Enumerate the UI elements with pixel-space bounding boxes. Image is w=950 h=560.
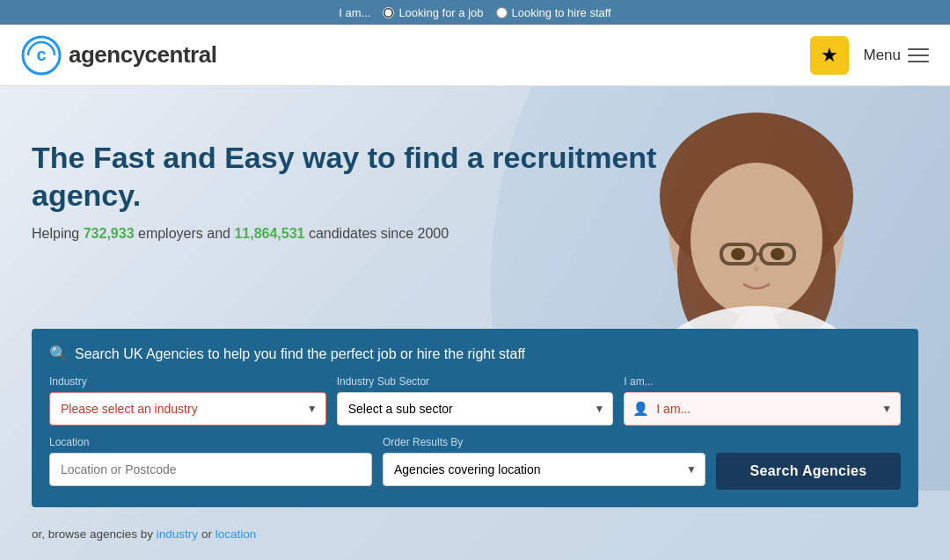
header: c agencycentral ★ Menu: [0, 25, 950, 86]
location-input[interactable]: [49, 453, 372, 486]
search-btn-group: Search Agencies: [716, 436, 901, 490]
hero-content: The Fast and Easy way to find a recruitm…: [32, 139, 665, 242]
logo-text: agencycentral: [69, 41, 216, 69]
search-box: 🔍 Search UK Agencies to help you find th…: [32, 329, 918, 507]
order-results-field-group: Order Results By Agencies covering locat…: [383, 436, 705, 490]
hire-radio[interactable]: [496, 7, 508, 18]
svg-point-10: [731, 248, 745, 260]
order-results-select[interactable]: Agencies covering location Agencies by r…: [383, 453, 705, 486]
svg-point-6: [691, 163, 822, 317]
industry-select[interactable]: Please select an industry Accountancy Te…: [49, 392, 326, 425]
industry-select-wrapper: Please select an industry Accountancy Te…: [49, 392, 326, 425]
menu-button[interactable]: Menu: [863, 47, 929, 64]
iam-label: I am...: [339, 6, 370, 19]
iam-select-wrapper: 👤 I am... A jobseeker An employer ▼: [624, 392, 901, 425]
hero-section: The Fast and Easy way to find a recruitm…: [0, 86, 950, 560]
job-radio[interactable]: [383, 7, 394, 18]
hero-title: The Fast and Easy way to find a recruitm…: [32, 139, 665, 214]
star-icon: ★: [821, 44, 838, 67]
search-agencies-button[interactable]: Search Agencies: [716, 453, 901, 490]
logo[interactable]: c agencycentral: [21, 35, 216, 76]
hamburger-icon: [908, 48, 929, 62]
industry-label: Industry: [49, 375, 326, 388]
iam-field-group: I am... 👤 I am... A jobseeker An employe…: [624, 375, 901, 425]
hero-subtitle: Helping 732,933 employers and 11,864,531…: [32, 226, 665, 242]
sub-sector-field-group: Industry Sub Sector Select a sub sector …: [337, 375, 614, 425]
iam-select[interactable]: I am... A jobseeker An employer: [624, 392, 901, 425]
favorites-button[interactable]: ★: [810, 36, 849, 75]
location-field-group: Location: [49, 436, 372, 490]
search-fields-row1: Industry Please select an industry Accou…: [49, 375, 901, 425]
sub-sector-select-wrapper: Select a sub sector Sub sector 1 ▼: [337, 392, 614, 425]
iam-field-label: I am...: [624, 375, 901, 388]
candidates-count: 11,864,531: [234, 226, 304, 241]
search-icon: 🔍: [49, 345, 68, 363]
svg-point-11: [771, 248, 785, 260]
sub-sector-select[interactable]: Select a sub sector Sub sector 1: [337, 392, 614, 425]
employers-count: 732,933: [84, 226, 135, 241]
browse-line: or, browse agencies by industry or locat…: [32, 527, 256, 541]
search-box-title: 🔍 Search UK Agencies to help you find th…: [49, 345, 901, 363]
order-results-label: Order Results By: [383, 436, 705, 448]
top-bar: I am... Looking for a job Looking to hir…: [0, 0, 950, 25]
industry-field-group: Industry Please select an industry Accou…: [49, 375, 326, 425]
header-right: ★ Menu: [810, 36, 929, 75]
search-fields-row2: Location Order Results By Agencies cover…: [49, 436, 901, 490]
sub-sector-label: Industry Sub Sector: [337, 375, 614, 388]
logo-icon: c: [21, 35, 62, 76]
browse-location-link[interactable]: location: [216, 527, 257, 541]
location-label: Location: [49, 436, 372, 448]
looking-for-job-option[interactable]: Looking for a job: [383, 6, 483, 19]
svg-text:c: c: [36, 45, 46, 64]
looking-to-hire-option[interactable]: Looking to hire staff: [496, 6, 611, 19]
order-results-select-wrapper: Agencies covering location Agencies by r…: [383, 453, 705, 486]
browse-industry-link[interactable]: industry: [157, 527, 198, 541]
